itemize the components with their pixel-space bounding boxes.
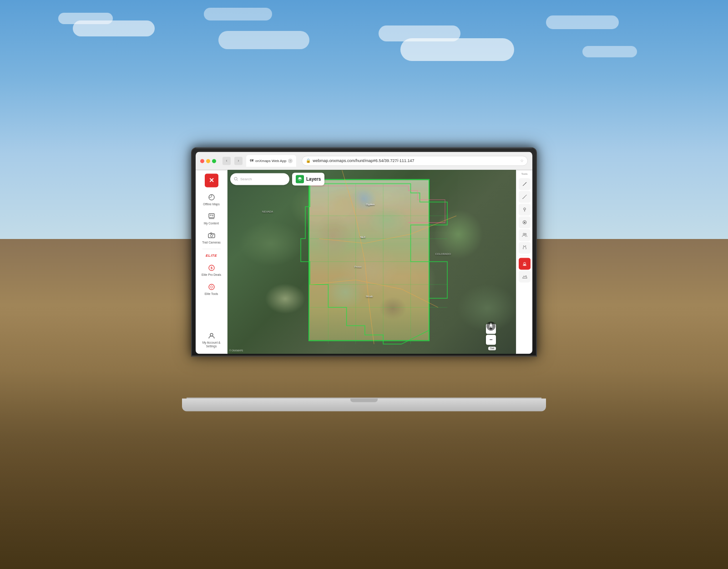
satellite-label[interactable]: Sat [488, 346, 496, 350]
svg-point-9 [213, 234, 214, 235]
account-label: My Account & Settings [200, 341, 223, 349]
browser-tab[interactable]: 🗺 onXmaps Web App × [246, 155, 296, 167]
tools-panel: Tools [516, 170, 532, 354]
sidebar-item-elite-tools[interactable]: Elite Tools [198, 281, 225, 298]
wildlife-tool-button[interactable] [519, 242, 531, 254]
offline-maps-label: Offline Maps [203, 203, 219, 206]
map-place-ogden: Ogden [366, 203, 374, 206]
elite-tools-label: Elite Tools [205, 293, 218, 296]
map-place-colorado: COLORADO [435, 253, 450, 255]
cloud [218, 31, 309, 49]
measure-tool-button[interactable] [519, 191, 531, 203]
trail-cameras-label: Trail Cameras [202, 241, 221, 244]
url-text: webmap.onxmaps.com/hunt/map#6.54/39.727/… [313, 158, 414, 163]
browser-chrome: ‹ › 🗺 onXmaps Web App × 🔒 webmap.onxmaps… [196, 152, 532, 170]
sidebar: ✕ Offline Maps [196, 170, 228, 354]
terrain-tool-button[interactable] [519, 270, 531, 282]
draw-tool-button[interactable] [519, 178, 531, 190]
logo-x-icon: ✕ [209, 177, 214, 184]
map-area[interactable]: Search Layers [228, 170, 516, 354]
maximize-button-mac[interactable] [212, 159, 216, 163]
close-button-mac[interactable] [200, 159, 204, 163]
back-button[interactable]: ‹ [222, 157, 231, 165]
layers-map-icon [296, 175, 304, 183]
svg-line-24 [237, 180, 238, 181]
layers-button[interactable]: Layers [292, 173, 324, 185]
laptop-base [182, 398, 546, 411]
tab-close-button[interactable]: × [288, 158, 293, 163]
map-place-moab: Moab [366, 295, 373, 298]
map-place-slc: SLC [360, 236, 366, 239]
search-placeholder: Search [240, 177, 252, 181]
people-tool-button[interactable] [519, 229, 531, 241]
svg-point-36 [525, 234, 526, 235]
search-bar[interactable]: Search [230, 173, 289, 185]
screen-bezel: ‹ › 🗺 onXmaps Web App × 🔒 webmap.onxmaps… [196, 152, 532, 354]
elite-pro-label: Elite Pro Deals [202, 274, 221, 277]
traffic-lights [200, 159, 216, 163]
svg-line-31 [524, 197, 525, 198]
pin-tool-button[interactable] [519, 203, 531, 215]
app-content: ✕ Offline Maps [196, 170, 532, 354]
trail-cameras-icon [207, 231, 216, 240]
layers-button-label: Layers [306, 177, 321, 182]
laptop-screen: ‹ › 🗺 onXmaps Web App × 🔒 webmap.onxmaps… [191, 147, 537, 356]
waypoint-tool-button[interactable] [519, 216, 531, 228]
sidebar-divider-1 [202, 249, 221, 249]
sidebar-item-elite-pro[interactable]: $ Elite Pro Deals [198, 262, 225, 279]
svg-point-7 [210, 234, 212, 237]
forward-button[interactable]: › [234, 157, 243, 165]
map-place-provo: Provo [354, 265, 362, 268]
svg-point-34 [524, 222, 525, 223]
my-content-label: My Content [204, 222, 219, 225]
map-header: Search Layers [230, 173, 324, 185]
tools-label: Tools [521, 173, 527, 175]
sidebar-item-offline-maps[interactable]: Offline Maps [198, 191, 225, 208]
svg-point-12 [209, 284, 214, 290]
svg-rect-2 [210, 214, 212, 216]
sidebar-item-trail-cameras[interactable]: Trail Cameras [198, 229, 225, 246]
svg-line-28 [525, 183, 526, 183]
cloud [58, 13, 113, 24]
cloud [204, 8, 272, 20]
account-icon [207, 331, 216, 340]
sidebar-item-elite[interactable]: ELITE [198, 252, 225, 260]
sidebar-item-account[interactable]: My Account & Settings [198, 330, 225, 351]
tab-title: onXmaps Web App [255, 159, 286, 163]
svg-rect-8 [210, 233, 212, 234]
address-bar[interactable]: 🔒 webmap.onxmaps.com/hunt/map#6.54/39.72… [302, 156, 528, 166]
zoom-out-button[interactable]: − [486, 335, 496, 345]
elite-badge: ELITE [206, 254, 217, 258]
svg-point-23 [234, 177, 237, 180]
svg-point-37 [523, 262, 526, 264]
search-icon [234, 177, 238, 181]
map-attribution: © ONXMAPS [229, 349, 243, 352]
elite-tools-icon [207, 283, 216, 292]
svg-point-32 [523, 208, 526, 210]
svg-rect-6 [208, 234, 215, 238]
minimize-button-mac[interactable] [206, 159, 210, 163]
sidebar-item-my-content[interactable]: My Content [198, 210, 225, 227]
svg-point-13 [210, 334, 213, 336]
north-indicator: N [486, 321, 496, 333]
my-content-icon [207, 212, 216, 221]
weather-tool-button[interactable] [519, 258, 531, 269]
laptop: ‹ › 🗺 onXmaps Web App × 🔒 webmap.onxmaps… [182, 147, 546, 411]
cloud [546, 15, 619, 29]
elite-pro-icon: $ [207, 264, 216, 273]
tools-divider [520, 255, 530, 256]
svg-line-30 [522, 198, 523, 199]
cloud [400, 38, 514, 61]
offline-maps-icon [207, 193, 216, 202]
svg-text:$: $ [211, 267, 212, 270]
map-place-nevada: NEVADA [262, 210, 273, 213]
sidebar-logo[interactable]: ✕ [205, 173, 218, 187]
tab-favicon: 🗺 [250, 159, 253, 163]
svg-point-35 [523, 233, 525, 235]
cloud [379, 25, 460, 41]
cloud [582, 46, 637, 57]
